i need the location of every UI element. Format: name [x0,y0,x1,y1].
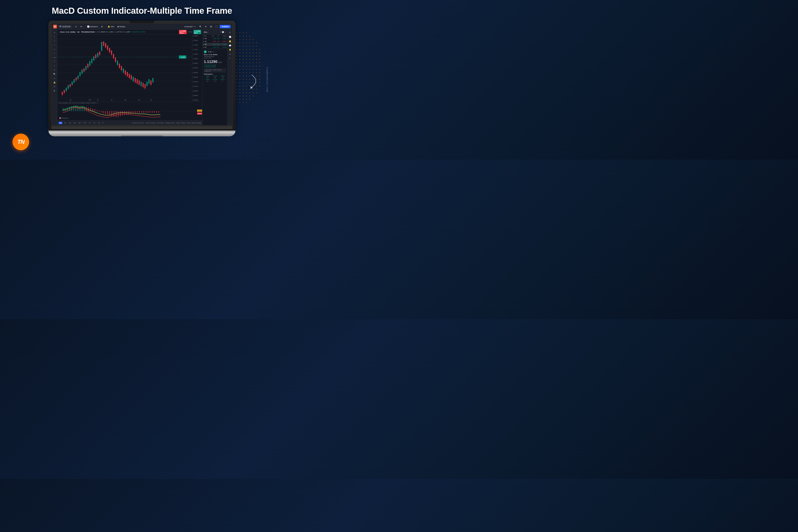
separator [73,25,73,28]
chat-sidebar-icon[interactable]: ✉ [228,52,232,56]
svg-rect-52 [101,42,102,51]
settings-btn[interactable]: ⚙ [204,25,208,28]
chart-canvas[interactable]: 1.11290 [57,34,203,102]
tf-all[interactable]: All [97,122,100,124]
svg-rect-60 [109,48,110,52]
svg-rect-28 [77,76,79,79]
perf-title: Performance [204,73,226,75]
detail-edit-icon[interactable]: ⚙ [208,51,209,53]
camera-btn[interactable]: 📷 [209,25,213,28]
indicators-btn[interactable]: 📈 Indicators [86,25,99,28]
news-arrow[interactable]: › [212,71,212,72]
publish-button[interactable]: Publish [220,25,231,28]
svg-rect-82 [131,75,132,80]
tf-1m[interactable]: 1M [68,122,72,124]
svg-rect-38 [88,63,89,68]
text-tool[interactable]: T [52,60,57,63]
separator3 [105,25,106,28]
replay-btn[interactable]: ▶ Replay [117,25,126,28]
more-icon[interactable]: ··· [225,31,226,33]
clock-sidebar-icon[interactable]: 🕐 [228,35,232,39]
chart-type-btn[interactable]: ≡≡ [79,25,83,28]
magnet-tool[interactable]: ⊙ [52,76,57,80]
tf-1y[interactable]: 1Y [88,122,92,124]
trash-tool[interactable]: 🗑 [52,89,57,93]
tf-5y[interactable]: 5Y [93,122,96,124]
tf-1d[interactable]: 1D [59,122,62,124]
fib-tool[interactable]: ⌇ [52,51,57,55]
timeframe-selector[interactable]: D [74,25,78,28]
left-toolbar: ✛ ↖ ╱ — ▭ ⌇ ⟺ T ☺ ✏ 🔍 ⊙ 🔒 👁 � [52,30,57,125]
hline-tool[interactable]: — [52,43,57,47]
svg-rect-158 [158,111,159,113]
svg-rect-54 [103,42,104,46]
help-sidebar-icon[interactable]: ? [228,57,232,60]
svg-rect-16 [66,88,67,91]
unnamed-btn[interactable]: Unnamed Save [183,25,197,28]
perf-6m-lbl: 6M [204,81,211,82]
detail-category: Forex • CFd [204,57,226,59]
watchlist-item-u[interactable]: ● U 145. -1.3 -0.90% [203,40,227,43]
svg-rect-30 [80,72,81,76]
svg-rect-100 [149,79,150,83]
compare-btn[interactable]: ⊞ [100,25,104,28]
cursor-tool[interactable]: ↖ [52,35,57,38]
bottom-tools: Forex Screener · Pine Editor · Strategy … [146,122,201,124]
perf-ytd-val: 0.77% [211,79,218,80]
item-icon: ● [204,46,205,48]
tf-compare[interactable]: ⟳ [101,122,104,124]
svg-text:Sep: Sep [138,99,140,101]
spread: 0.00003 [187,31,193,33]
news-sidebar-icon[interactable]: 💬 [228,44,232,48]
idea-sidebar-icon[interactable]: 💡 [228,48,232,52]
news-item[interactable]: 1 hour ago · Dollar slumps ahead of... › [204,69,226,73]
fullscreen-btn[interactable]: ⛶ [214,25,218,28]
pencil-tool[interactable]: ✏ [52,68,57,72]
measure-tool[interactable]: ⟺ [52,56,57,59]
svg-rect-90 [139,80,140,85]
page-title: MacD Custom Indicator-Multiple Time Fram… [52,6,232,16]
zoom-tool[interactable]: 🔍 [52,72,57,76]
svg-rect-138 [116,111,116,117]
detail-more-icon[interactable]: ··· [214,51,216,53]
watchlist-item-g[interactable]: ● G 1.30 0.00 0.32% [203,37,227,40]
svg-rect-46 [95,54,96,58]
buy-price[interactable]: 1.11292 BUY [193,30,201,34]
add-watchlist-btn[interactable]: + [221,31,222,33]
svg-rect-147 [135,111,135,113]
svg-rect-76 [125,71,126,75]
tf-3m[interactable]: 3M [73,122,77,124]
tf-6m[interactable]: 6M [77,122,81,124]
search-icon-btn[interactable]: 🔍 [198,25,203,28]
svg-rect-130 [99,111,99,112]
perf-1w-lbl: 1W [204,77,211,78]
alert-sidebar-icon[interactable]: 🔔 [228,39,232,43]
shapes-tool[interactable]: ▭ [52,47,57,51]
line-tool[interactable]: ╱ [52,39,57,43]
watchlist-columns: Sym Las Ch Chg% [203,35,227,37]
watchlist-icon[interactable]: ☰ [228,31,232,34]
emoji-tool[interactable]: ☺ [52,64,57,68]
watchlist-item-x[interactable]: ● X 2.51 11.7 0.47% [203,46,227,49]
watchlist-item-e[interactable]: ● E 1.11 0.00 0.40% [203,43,227,46]
crosshair-tool[interactable]: ✛ [52,31,57,34]
svg-rect-50 [99,52,100,55]
eye-tool[interactable]: 👁 [52,84,57,88]
tf-5d[interactable]: 5D [63,122,67,124]
svg-text:-0.00779: -0.00779 [197,113,202,114]
laptop-notch [130,21,154,23]
tf-ytd[interactable]: YTD [82,122,87,124]
item-icon: ● [204,38,205,39]
tv-logo: M [53,25,57,28]
svg-text:May: May [89,99,91,101]
symbol-search[interactable]: 🔍 EURUSD [58,25,72,28]
alert-btn[interactable]: 🔔 Alert [107,25,115,28]
svg-rect-32 [81,70,82,74]
detail-grid-icon[interactable]: ⊞ [210,51,212,53]
laptop-container: M 🔍 EURUSD D ≡≡ 📈 Indicators ⊞ [49,21,235,136]
detail-share-icon[interactable]: ↗ [212,51,214,53]
sell-price[interactable]: 1.11289 SELL [179,30,187,34]
lock-tool[interactable]: 🔒 [52,80,57,84]
svg-rect-128 [95,109,95,111]
macd-chart: 0.00323 -0.00779 🎯 TradingView [57,102,203,120]
